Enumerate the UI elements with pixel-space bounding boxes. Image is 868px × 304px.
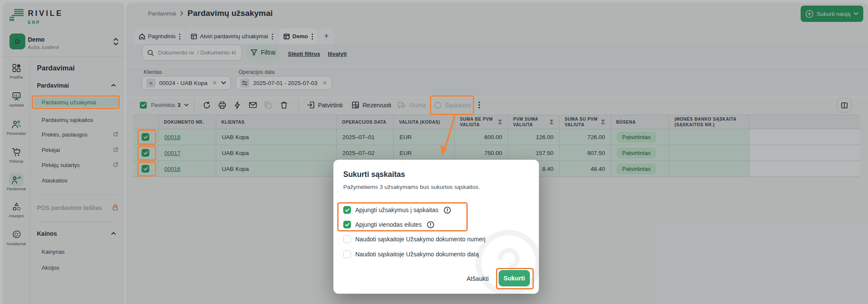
annotation-submit-button xyxy=(496,268,534,289)
checkbox-unchecked[interactable] xyxy=(343,235,351,243)
3-label: Naudoti sąskaitoje Užsakymo dokumento da… xyxy=(355,251,479,258)
annotation-modal-options xyxy=(337,202,468,231)
annotation-row-checkbox-3 xyxy=(137,161,156,176)
modal-subtitle: Pažymėtiems 3 užsakymams bus sukurtos są… xyxy=(343,184,480,190)
app: RIVILE ERP D Demo Aušra Juodienė xyxy=(0,0,868,304)
checkbox-unchecked[interactable] xyxy=(343,250,351,258)
modal-title: Sukurti sąskaitas xyxy=(343,170,405,179)
annotation-invoices-button xyxy=(430,95,474,115)
annotation-sidebar-item xyxy=(32,95,120,109)
modal-option-use-doc-number[interactable]: Naudoti sąskaitoje Užsakymo dokumento nu… xyxy=(343,235,485,243)
modal-option-use-doc-date[interactable]: Naudoti sąskaitoje Užsakymo dokumento da… xyxy=(343,250,479,258)
annotation-row-checkbox-1 xyxy=(137,130,156,145)
cancel-button[interactable]: Atšaukti xyxy=(466,275,489,282)
annotation-row-checkbox-2 xyxy=(137,146,156,161)
2-label: Naudoti sąskaitoje Užsakymo dokumento nu… xyxy=(355,236,485,243)
